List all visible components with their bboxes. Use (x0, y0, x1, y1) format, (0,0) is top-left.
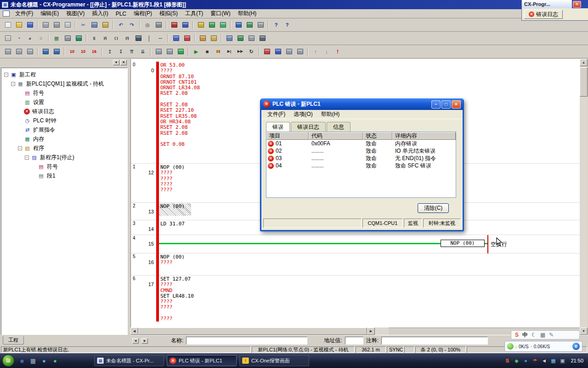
instruction-line[interactable]: ???? (160, 305, 194, 310)
cut-icon[interactable]: ✂ (78, 20, 88, 30)
differential-down-icon[interactable]: ↓ (322, 47, 332, 57)
undo-icon[interactable]: ↶ (116, 20, 126, 30)
ime-logo-icon[interactable]: S (515, 332, 519, 338)
error-row-01[interactable]: ✕010x00FA致命内存错误 (266, 140, 456, 147)
window-split-icon[interactable] (3, 47, 13, 57)
zoom-16-icon[interactable]: 16 (89, 47, 99, 57)
immediate-refresh-icon[interactable]: ! (333, 47, 343, 57)
project-tab[interactable]: 工程 (3, 336, 24, 345)
scroll-down-button[interactable]: ▼ (580, 328, 588, 335)
instruction-line[interactable]: NOP (00) (160, 204, 185, 209)
instruction-line[interactable]: LD 31.07 (160, 221, 185, 227)
save-icon[interactable] (25, 20, 35, 30)
find-icon[interactable]: ◎ (142, 20, 153, 30)
selection-mode-icon[interactable] (3, 34, 13, 43)
instruction-line[interactable]: ???? (160, 260, 185, 265)
new-file-icon[interactable] (3, 20, 13, 30)
instruction-line[interactable]: ???? (160, 170, 185, 176)
nop-instruction-box[interactable]: NOP (00) (441, 240, 485, 247)
step-in-icon[interactable]: ▶▶ (235, 47, 245, 57)
copy-icon[interactable] (89, 20, 99, 30)
instruction-line[interactable]: ???? (160, 282, 194, 288)
child-window-icon[interactable] (3, 11, 10, 17)
window-close-button[interactable]: ✕ (573, 1, 581, 8)
net-speed-widget[interactable]: ↓ 0K/S ↑ 0.06K/S e (504, 341, 582, 352)
menu-item-6[interactable]: 模拟(S) (156, 9, 181, 18)
column-header-1[interactable]: 代码 (309, 132, 363, 140)
dialog-maximize-button[interactable]: □ (441, 100, 451, 109)
block-down-icon[interactable]: ⇊ (138, 47, 148, 57)
messenger-icon[interactable]: ● (522, 357, 529, 364)
force-off-icon[interactable] (273, 47, 283, 57)
media-player-icon[interactable]: ● (40, 356, 49, 365)
umbrella-icon[interactable]: ☂ (531, 357, 538, 364)
menu-item-5[interactable]: 编程(P) (130, 9, 156, 18)
instruction-line[interactable]: RSET 227.10 (160, 108, 200, 113)
cascade-windows-icon[interactable] (14, 47, 24, 57)
clear-button[interactable]: 清除(C) (418, 203, 449, 213)
context-help-icon[interactable]: ? (282, 20, 292, 30)
instruction-line[interactable]: SET 0.08 (160, 142, 200, 147)
instruction-line[interactable]: RSET 2.08 (160, 125, 200, 130)
instruction-line[interactable]: RSET 2.08 (160, 91, 200, 96)
internet-explorer-icon[interactable]: e (17, 356, 27, 365)
new-instruction-icon[interactable] (133, 34, 143, 43)
new-closed-contact-icon[interactable]: |/| (100, 34, 110, 43)
transfer-to-plc-icon[interactable] (233, 20, 243, 30)
ladder-rung-4[interactable]: 415NOP (00)空执行 (131, 235, 580, 253)
delete-rung-icon[interactable] (182, 34, 192, 43)
tree-expand-box[interactable]: - (4, 73, 8, 77)
safely-remove-icon[interactable]: ▣ (559, 357, 566, 364)
address-input[interactable] (345, 337, 363, 345)
name-input[interactable] (186, 337, 307, 345)
panel-pin-button[interactable]: ▾ (113, 60, 119, 65)
rung-up-icon[interactable]: ↥ (105, 47, 115, 57)
tree-item-10[interactable]: ▤符号 (1, 162, 127, 171)
scroll-right-button[interactable]: ▶ (367, 328, 375, 335)
new-contact-icon[interactable]: || (89, 34, 99, 43)
ruler-toggle-icon[interactable] (62, 34, 73, 43)
green-app-icon[interactable]: ● (51, 356, 60, 365)
program-check-icon[interactable] (180, 20, 190, 30)
print-icon[interactable] (51, 20, 62, 30)
monitor-mode-icon[interactable] (207, 20, 217, 30)
dialog-tab-1[interactable]: 错误日志 (291, 122, 326, 132)
ime-indicator-icon[interactable]: S (503, 357, 511, 364)
mnemonic-view-icon[interactable] (51, 47, 62, 57)
taskbar-task-1[interactable]: ✕PLC 错误 - 新PLC1 (167, 355, 237, 366)
horizontal-connector-icon[interactable]: ─ (155, 34, 165, 43)
green-shield-icon[interactable]: ◆ (513, 357, 520, 364)
pane-prev-button[interactable]: ◂ (132, 338, 139, 344)
run-mode-icon[interactable] (218, 20, 228, 30)
tree-expand-box[interactable]: - (11, 82, 15, 86)
work-online-icon[interactable] (196, 20, 206, 30)
symbol-table-icon[interactable] (74, 34, 84, 43)
force-on-icon[interactable] (262, 47, 272, 57)
browser-icon[interactable]: e (572, 343, 580, 350)
force-cancel-icon[interactable] (284, 47, 294, 57)
program-mode-icon[interactable] (153, 47, 164, 57)
simulate-pause-icon[interactable]: ▮▮ (213, 47, 223, 57)
tree-item-9[interactable]: -▨新程序1(停止) (1, 153, 127, 162)
menu-item-4[interactable]: PLC (112, 10, 130, 18)
zoom-in-icon[interactable]: ◕ (25, 34, 35, 43)
watch-window-icon[interactable] (235, 34, 245, 43)
horizontal-scroll-thumb[interactable] (138, 328, 367, 335)
tile-windows-icon[interactable] (25, 47, 35, 57)
menu-item-0[interactable]: 文件(F) (11, 9, 37, 18)
tree-item-3[interactable]: ▥设置 (1, 98, 127, 107)
ladder-rung-6[interactable]: 617SET 127.07????CMNDSET LR48.10????????… (131, 275, 580, 324)
rung-comment-icon[interactable] (209, 34, 219, 43)
panel-close-button[interactable]: ✕ (120, 60, 127, 65)
column-header-0[interactable]: 项目 (266, 132, 309, 140)
tree-item-2[interactable]: ▤符号 (1, 88, 127, 98)
scroll-up-button[interactable]: ▲ (580, 59, 588, 66)
taskbar-task-2[interactable]: !CX-One报警画面 (239, 355, 309, 366)
column-header-3[interactable]: 详细内容 (392, 132, 456, 140)
half-full-toggle-icon[interactable]: ☾ (531, 332, 537, 338)
instruction-line[interactable]: RSET 2.08 (160, 131, 200, 136)
rung-down-icon[interactable]: ↧ (116, 47, 126, 57)
help-icon[interactable]: ? (271, 20, 281, 30)
simulate-run-icon[interactable]: ▶ (191, 47, 201, 57)
page-setup-icon[interactable] (40, 20, 51, 30)
